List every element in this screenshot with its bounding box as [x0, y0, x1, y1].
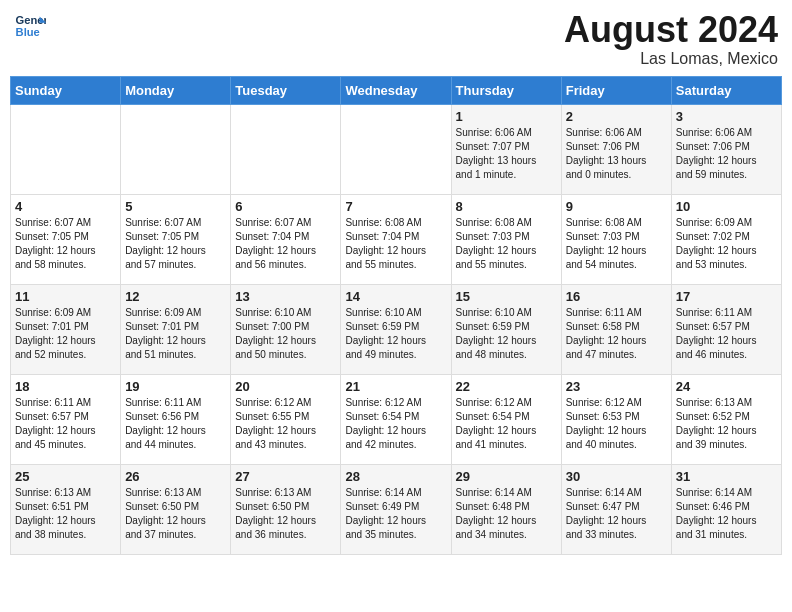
day-content: Sunrise: 6:14 AM Sunset: 6:48 PM Dayligh…	[456, 486, 557, 542]
day-content: Sunrise: 6:14 AM Sunset: 6:47 PM Dayligh…	[566, 486, 667, 542]
day-number: 20	[235, 379, 336, 394]
col-saturday: Saturday	[671, 76, 781, 104]
page-header: General Blue August 2024 Las Lomas, Mexi…	[10, 10, 782, 68]
page-subtitle: Las Lomas, Mexico	[564, 50, 778, 68]
day-number: 29	[456, 469, 557, 484]
day-content: Sunrise: 6:09 AM Sunset: 7:02 PM Dayligh…	[676, 216, 777, 272]
day-number: 1	[456, 109, 557, 124]
day-number: 16	[566, 289, 667, 304]
table-row: 17Sunrise: 6:11 AM Sunset: 6:57 PM Dayli…	[671, 284, 781, 374]
day-number: 15	[456, 289, 557, 304]
day-content: Sunrise: 6:08 AM Sunset: 7:04 PM Dayligh…	[345, 216, 446, 272]
col-monday: Monday	[121, 76, 231, 104]
table-row: 14Sunrise: 6:10 AM Sunset: 6:59 PM Dayli…	[341, 284, 451, 374]
day-content: Sunrise: 6:10 AM Sunset: 6:59 PM Dayligh…	[456, 306, 557, 362]
calendar-week-row: 1Sunrise: 6:06 AM Sunset: 7:07 PM Daylig…	[11, 104, 782, 194]
table-row: 24Sunrise: 6:13 AM Sunset: 6:52 PM Dayli…	[671, 374, 781, 464]
day-content: Sunrise: 6:13 AM Sunset: 6:50 PM Dayligh…	[235, 486, 336, 542]
table-row: 7Sunrise: 6:08 AM Sunset: 7:04 PM Daylig…	[341, 194, 451, 284]
table-row: 29Sunrise: 6:14 AM Sunset: 6:48 PM Dayli…	[451, 464, 561, 554]
table-row: 18Sunrise: 6:11 AM Sunset: 6:57 PM Dayli…	[11, 374, 121, 464]
day-number: 13	[235, 289, 336, 304]
day-content: Sunrise: 6:11 AM Sunset: 6:57 PM Dayligh…	[676, 306, 777, 362]
col-tuesday: Tuesday	[231, 76, 341, 104]
table-row: 2Sunrise: 6:06 AM Sunset: 7:06 PM Daylig…	[561, 104, 671, 194]
day-number: 19	[125, 379, 226, 394]
day-content: Sunrise: 6:09 AM Sunset: 7:01 PM Dayligh…	[15, 306, 116, 362]
day-number: 28	[345, 469, 446, 484]
calendar-header-row: Sunday Monday Tuesday Wednesday Thursday…	[11, 76, 782, 104]
table-row	[11, 104, 121, 194]
table-row: 16Sunrise: 6:11 AM Sunset: 6:58 PM Dayli…	[561, 284, 671, 374]
day-number: 17	[676, 289, 777, 304]
logo-icon: General Blue	[14, 10, 46, 42]
day-number: 30	[566, 469, 667, 484]
day-number: 25	[15, 469, 116, 484]
day-content: Sunrise: 6:07 AM Sunset: 7:04 PM Dayligh…	[235, 216, 336, 272]
day-content: Sunrise: 6:12 AM Sunset: 6:54 PM Dayligh…	[345, 396, 446, 452]
table-row: 9Sunrise: 6:08 AM Sunset: 7:03 PM Daylig…	[561, 194, 671, 284]
day-content: Sunrise: 6:13 AM Sunset: 6:51 PM Dayligh…	[15, 486, 116, 542]
day-content: Sunrise: 6:10 AM Sunset: 6:59 PM Dayligh…	[345, 306, 446, 362]
day-content: Sunrise: 6:12 AM Sunset: 6:53 PM Dayligh…	[566, 396, 667, 452]
table-row: 10Sunrise: 6:09 AM Sunset: 7:02 PM Dayli…	[671, 194, 781, 284]
table-row	[121, 104, 231, 194]
table-row: 12Sunrise: 6:09 AM Sunset: 7:01 PM Dayli…	[121, 284, 231, 374]
table-row: 26Sunrise: 6:13 AM Sunset: 6:50 PM Dayli…	[121, 464, 231, 554]
calendar-week-row: 11Sunrise: 6:09 AM Sunset: 7:01 PM Dayli…	[11, 284, 782, 374]
table-row: 4Sunrise: 6:07 AM Sunset: 7:05 PM Daylig…	[11, 194, 121, 284]
table-row: 6Sunrise: 6:07 AM Sunset: 7:04 PM Daylig…	[231, 194, 341, 284]
day-content: Sunrise: 6:13 AM Sunset: 6:50 PM Dayligh…	[125, 486, 226, 542]
day-number: 7	[345, 199, 446, 214]
day-number: 11	[15, 289, 116, 304]
table-row: 5Sunrise: 6:07 AM Sunset: 7:05 PM Daylig…	[121, 194, 231, 284]
day-content: Sunrise: 6:14 AM Sunset: 6:46 PM Dayligh…	[676, 486, 777, 542]
table-row: 30Sunrise: 6:14 AM Sunset: 6:47 PM Dayli…	[561, 464, 671, 554]
day-content: Sunrise: 6:13 AM Sunset: 6:52 PM Dayligh…	[676, 396, 777, 452]
table-row: 28Sunrise: 6:14 AM Sunset: 6:49 PM Dayli…	[341, 464, 451, 554]
table-row	[231, 104, 341, 194]
table-row: 1Sunrise: 6:06 AM Sunset: 7:07 PM Daylig…	[451, 104, 561, 194]
day-content: Sunrise: 6:12 AM Sunset: 6:54 PM Dayligh…	[456, 396, 557, 452]
day-number: 4	[15, 199, 116, 214]
day-content: Sunrise: 6:12 AM Sunset: 6:55 PM Dayligh…	[235, 396, 336, 452]
table-row: 31Sunrise: 6:14 AM Sunset: 6:46 PM Dayli…	[671, 464, 781, 554]
logo: General Blue	[14, 10, 46, 42]
day-number: 24	[676, 379, 777, 394]
day-number: 10	[676, 199, 777, 214]
table-row: 13Sunrise: 6:10 AM Sunset: 7:00 PM Dayli…	[231, 284, 341, 374]
day-number: 9	[566, 199, 667, 214]
table-row: 3Sunrise: 6:06 AM Sunset: 7:06 PM Daylig…	[671, 104, 781, 194]
table-row	[341, 104, 451, 194]
day-content: Sunrise: 6:06 AM Sunset: 7:07 PM Dayligh…	[456, 126, 557, 182]
table-row: 15Sunrise: 6:10 AM Sunset: 6:59 PM Dayli…	[451, 284, 561, 374]
table-row: 20Sunrise: 6:12 AM Sunset: 6:55 PM Dayli…	[231, 374, 341, 464]
day-content: Sunrise: 6:11 AM Sunset: 6:56 PM Dayligh…	[125, 396, 226, 452]
day-content: Sunrise: 6:11 AM Sunset: 6:57 PM Dayligh…	[15, 396, 116, 452]
day-content: Sunrise: 6:08 AM Sunset: 7:03 PM Dayligh…	[456, 216, 557, 272]
day-number: 5	[125, 199, 226, 214]
day-content: Sunrise: 6:07 AM Sunset: 7:05 PM Dayligh…	[125, 216, 226, 272]
table-row: 19Sunrise: 6:11 AM Sunset: 6:56 PM Dayli…	[121, 374, 231, 464]
day-number: 3	[676, 109, 777, 124]
day-content: Sunrise: 6:09 AM Sunset: 7:01 PM Dayligh…	[125, 306, 226, 362]
table-row: 11Sunrise: 6:09 AM Sunset: 7:01 PM Dayli…	[11, 284, 121, 374]
day-number: 21	[345, 379, 446, 394]
day-number: 22	[456, 379, 557, 394]
day-number: 23	[566, 379, 667, 394]
day-content: Sunrise: 6:08 AM Sunset: 7:03 PM Dayligh…	[566, 216, 667, 272]
day-number: 2	[566, 109, 667, 124]
day-content: Sunrise: 6:07 AM Sunset: 7:05 PM Dayligh…	[15, 216, 116, 272]
day-content: Sunrise: 6:14 AM Sunset: 6:49 PM Dayligh…	[345, 486, 446, 542]
calendar-week-row: 4Sunrise: 6:07 AM Sunset: 7:05 PM Daylig…	[11, 194, 782, 284]
day-content: Sunrise: 6:06 AM Sunset: 7:06 PM Dayligh…	[566, 126, 667, 182]
table-row: 21Sunrise: 6:12 AM Sunset: 6:54 PM Dayli…	[341, 374, 451, 464]
day-number: 27	[235, 469, 336, 484]
day-number: 18	[15, 379, 116, 394]
title-block: August 2024 Las Lomas, Mexico	[564, 10, 778, 68]
table-row: 8Sunrise: 6:08 AM Sunset: 7:03 PM Daylig…	[451, 194, 561, 284]
page-title: August 2024	[564, 10, 778, 50]
svg-text:Blue: Blue	[16, 26, 40, 38]
day-number: 6	[235, 199, 336, 214]
day-content: Sunrise: 6:10 AM Sunset: 7:00 PM Dayligh…	[235, 306, 336, 362]
